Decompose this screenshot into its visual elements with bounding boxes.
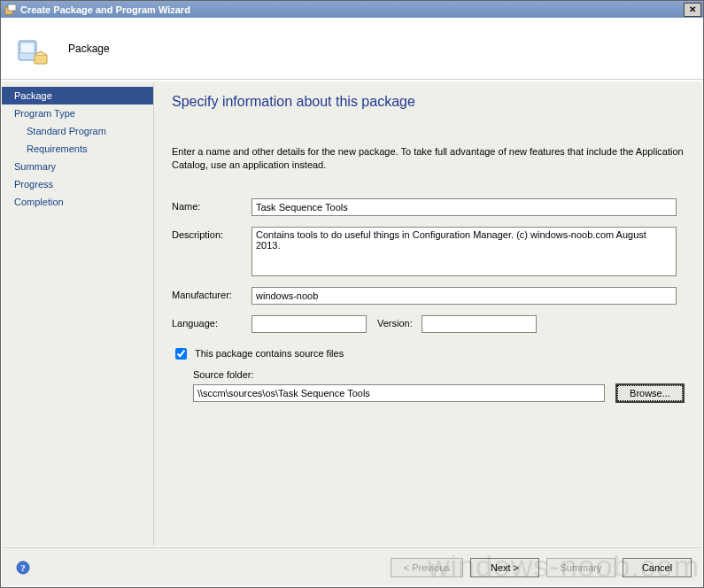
main-panel: Specify information about this package E…: [154, 81, 702, 546]
name-input[interactable]: [251, 198, 677, 216]
source-files-label: This package contains source files: [195, 348, 344, 359]
language-input[interactable]: [251, 315, 367, 333]
description-label: Description:: [172, 227, 251, 240]
cancel-button[interactable]: Cancel: [623, 558, 692, 577]
next-button[interactable]: Next >: [470, 558, 539, 577]
header-band: Package: [1, 18, 703, 80]
sidebar-item-completion[interactable]: Completion: [2, 193, 153, 211]
close-button[interactable]: ✕: [684, 3, 701, 17]
browse-button[interactable]: Browse...: [615, 383, 685, 403]
page-title: Specify information about this package: [172, 94, 685, 110]
header-subtitle: Package: [68, 43, 110, 55]
sidebar-item-standard-program[interactable]: Standard Program: [2, 122, 153, 140]
name-label: Name:: [172, 198, 251, 212]
package-icon: [13, 28, 52, 69]
previous-button: < Previous: [391, 558, 463, 577]
svg-rect-1: [8, 4, 16, 11]
titlebar: Create Package and Program Wizard ✕: [1, 1, 703, 18]
manufacturer-label: Manufacturer:: [172, 287, 251, 300]
svg-text:?: ?: [20, 562, 26, 573]
content-area: Package Program Type Standard Program Re…: [2, 81, 702, 546]
version-label: Version:: [377, 315, 413, 329]
source-folder-label: Source folder:: [193, 369, 685, 380]
version-input[interactable]: [422, 315, 537, 333]
source-folder-input[interactable]: [193, 384, 605, 402]
window-title: Create Package and Program Wizard: [20, 4, 684, 15]
sidebar-item-package[interactable]: Package: [2, 87, 153, 104]
intro-text: Enter a name and other details for the n…: [172, 145, 685, 172]
description-input[interactable]: Contains tools to do useful things in Co…: [251, 227, 677, 276]
sidebar-item-summary[interactable]: Summary: [2, 158, 153, 175]
language-label: Language:: [172, 315, 251, 329]
sidebar-item-program-type[interactable]: Program Type: [2, 104, 153, 122]
wizard-footer: ? < Previous Next > Summary Cancel: [2, 547, 702, 586]
manufacturer-input[interactable]: [251, 287, 677, 305]
help-icon[interactable]: ?: [16, 561, 30, 575]
sidebar-item-requirements[interactable]: Requirements: [2, 140, 153, 158]
sidebar-item-progress[interactable]: Progress: [2, 175, 153, 193]
source-files-checkbox[interactable]: [175, 348, 187, 360]
svg-rect-4: [35, 55, 47, 64]
app-icon: [4, 4, 17, 16]
svg-rect-3: [20, 43, 35, 53]
summary-button: Summary: [546, 558, 615, 577]
wizard-sidebar: Package Program Type Standard Program Re…: [2, 81, 154, 546]
